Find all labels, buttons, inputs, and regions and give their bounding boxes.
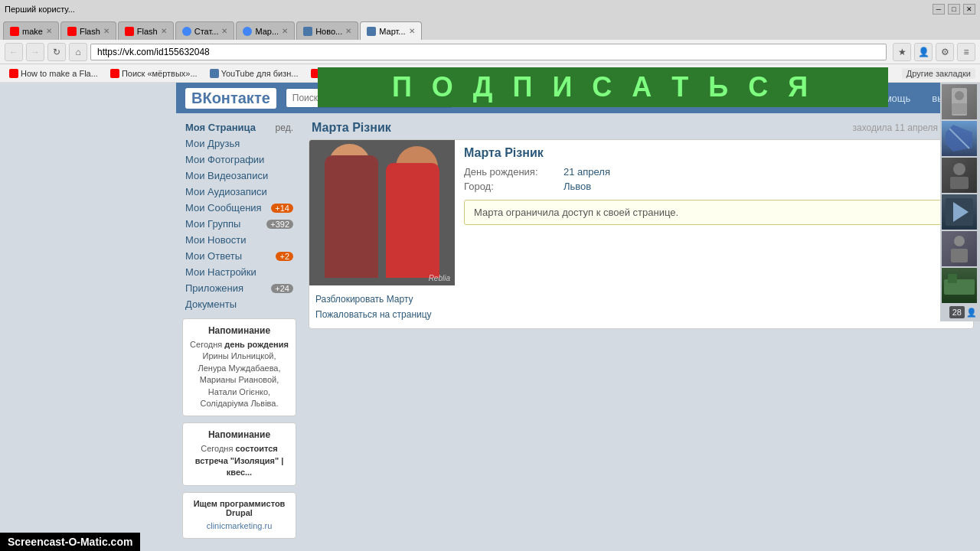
city-value: Львов: [564, 181, 591, 192]
thumbnail-5[interactable]: [942, 231, 977, 266]
sidebar-item-videos[interactable]: Мои Видеозаписи: [176, 168, 302, 184]
sidebar-item-audio[interactable]: Мои Аудиозаписи: [176, 184, 302, 200]
sidebar-item-groups[interactable]: Мои Группы +392: [176, 216, 302, 232]
person-button[interactable]: 👤: [914, 43, 933, 61]
home-button[interactable]: ⌂: [69, 43, 87, 61]
sidebar-item-label: Мои Сообщения: [185, 202, 262, 214]
tabs-bar: make ✕ Flash ✕ Flash ✕ Стат... ✕ Мар... …: [0, 18, 980, 40]
sidebar-item-photos[interactable]: Мои Фотографии: [176, 152, 302, 168]
thumbnails-count: 28: [949, 306, 965, 318]
my-page-header: Моя Страница ред.: [176, 119, 302, 135]
tab-close-icon[interactable]: ✕: [409, 27, 415, 35]
thumbnail-4[interactable]: [942, 194, 977, 230]
profile-photo: Reblia: [309, 140, 455, 285]
thumbnail-2[interactable]: [942, 121, 977, 156]
tab-3[interactable]: Flash ✕: [118, 21, 174, 40]
tab-favicon: [182, 27, 191, 36]
bookmark-favicon: [110, 69, 119, 78]
other-bookmarks-button[interactable]: Другие закладки: [902, 68, 975, 79]
sidebar-item-docs[interactable]: Документы: [176, 296, 302, 312]
profile-birthday-field: День рождения: 21 апреля: [464, 166, 964, 178]
bookmark-star-button[interactable]: ★: [893, 43, 911, 61]
sidebar-item-news[interactable]: Мои Новости: [176, 232, 302, 248]
tab-label: Flash: [80, 27, 100, 36]
tab-close-icon[interactable]: ✕: [345, 27, 351, 35]
tab-favicon: [10, 27, 19, 36]
subscribe-banner: П О Д П И С А Т Ь С Я: [318, 67, 888, 107]
tab-2[interactable]: Flash ✕: [60, 21, 116, 40]
reminder-widget-1: Напоминание Сегодня день рождения Ирины …: [182, 318, 296, 416]
bookmark-1[interactable]: How to make a Fla...: [5, 67, 103, 80]
tab-4[interactable]: Стат... ✕: [175, 21, 235, 40]
svg-rect-10: [951, 249, 968, 262]
sidebar: Моя Страница ред. Мои Друзья Мои Фотогра…: [176, 113, 302, 551]
bookmark-3[interactable]: YouTube для бизн...: [205, 67, 303, 80]
close-button[interactable]: ✕: [963, 4, 975, 15]
window-controls: ─ □ ✕: [933, 4, 975, 15]
forward-button[interactable]: →: [26, 43, 44, 61]
reminder-title-1: Напоминание: [189, 325, 289, 336]
thumb-icon-2: [942, 121, 977, 156]
bookmark-2[interactable]: Поиск «мёртвых»...: [106, 67, 202, 80]
vk-logo: ВКонтакте: [185, 88, 276, 109]
profile-header: Марта Різник заходила 11 апреля в 11:19: [309, 119, 974, 139]
bookmark-favicon: [210, 69, 219, 78]
svg-rect-12: [948, 274, 957, 283]
svg-point-1: [955, 91, 964, 100]
sidebar-item-label: Мои Фотографии: [185, 154, 264, 165]
person-icon: 👤: [966, 308, 977, 318]
tab-favicon: [367, 27, 376, 36]
bookmark-favicon: [9, 69, 18, 78]
thumbnail-6[interactable]: [942, 268, 977, 303]
tab-close-icon[interactable]: ✕: [161, 27, 167, 35]
tab-favicon: [67, 27, 77, 36]
my-page-label: Моя Страница: [185, 122, 256, 133]
tab-close-icon[interactable]: ✕: [46, 27, 52, 35]
back-button[interactable]: ←: [5, 43, 23, 61]
address-bar[interactable]: https://vk.com/id155632048: [90, 44, 887, 60]
wrench-button[interactable]: ⚙: [936, 43, 954, 61]
unblock-link[interactable]: Разблокировать Марту: [315, 292, 449, 307]
maximize-button[interactable]: □: [948, 4, 960, 15]
birthday-label: День рождения:: [464, 166, 564, 178]
sidebar-item-apps[interactable]: Приложения +24: [176, 280, 302, 296]
tab-1[interactable]: make ✕: [3, 21, 59, 40]
photo-figure-2: [386, 163, 439, 278]
vk-page: ВКонтакте люди сообщества игры музыка ▶ …: [176, 83, 980, 551]
tab-close-icon[interactable]: ✕: [103, 27, 109, 35]
right-panel: 28 👤: [940, 83, 980, 321]
vk-content: Моя Страница ред. Мои Друзья Мои Фотогра…: [176, 113, 980, 551]
tab-close-icon[interactable]: ✕: [221, 27, 227, 35]
edit-label[interactable]: ред.: [276, 122, 293, 133]
minimize-button[interactable]: ─: [933, 4, 945, 15]
reload-button[interactable]: ↻: [47, 43, 66, 61]
thumbnail-1[interactable]: [942, 84, 977, 119]
tab-label: Flash: [137, 27, 158, 36]
svg-rect-2: [952, 103, 967, 114]
thumb-icon-4: [942, 194, 977, 230]
more-button[interactable]: ≡: [957, 43, 975, 61]
report-link[interactable]: Пожаловаться на страницу: [315, 307, 449, 322]
sidebar-item-messages[interactable]: Мои Сообщения +14: [176, 200, 302, 216]
sidebar-item-settings[interactable]: Мои Настройки: [176, 264, 302, 280]
photo-figure-1: [325, 155, 378, 278]
svg-point-9: [954, 236, 965, 246]
vk-logo-text: ВКонтакте: [191, 90, 270, 106]
sidebar-item-label: Мои Группы: [185, 218, 240, 230]
promo-title: Ищем программистов Drupal: [189, 499, 289, 517]
tab-5[interactable]: Мар... ✕: [236, 21, 295, 40]
thumb-icon-6: [942, 268, 977, 303]
sidebar-item-label: Мои Видеозаписи: [185, 170, 268, 181]
thumbnail-3[interactable]: [942, 158, 977, 193]
bookmark-label: Поиск «мёртвых»...: [122, 69, 198, 78]
tab-6[interactable]: Ново... ✕: [296, 21, 358, 40]
sidebar-item-answers[interactable]: Мои Ответы +2: [176, 248, 302, 264]
sidebar-item-friends[interactable]: Мои Друзья: [176, 135, 302, 152]
screencast-watermark: Screencast-O-Matic.com: [0, 533, 140, 551]
promo-link[interactable]: clinicmarketing.ru: [189, 520, 289, 532]
tab-close-icon[interactable]: ✕: [282, 27, 288, 35]
tab-7[interactable]: Март... ✕: [360, 21, 421, 40]
answers-badge: +2: [276, 252, 293, 261]
tab-favicon: [125, 27, 134, 36]
reminder-text-2: Сегодня состоится встреча "Изоляция" | к…: [189, 443, 289, 478]
